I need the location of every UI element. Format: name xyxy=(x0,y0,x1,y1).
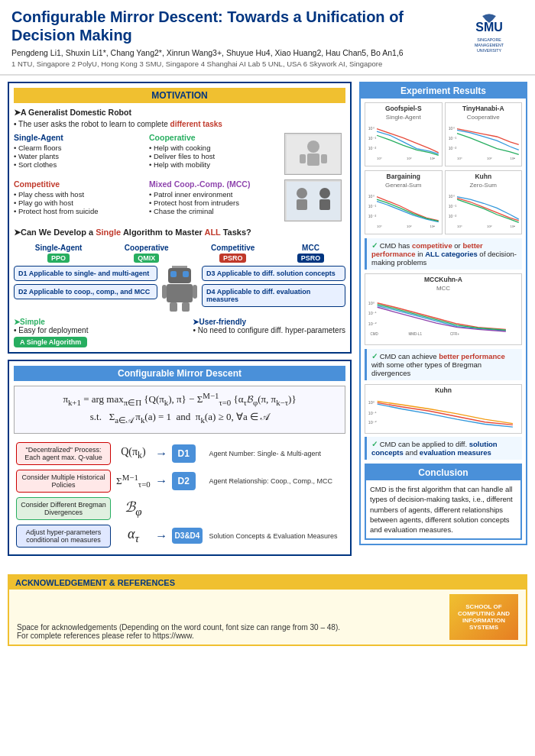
conclusion-header: Conclusion xyxy=(366,465,520,480)
svg-rect-14 xyxy=(319,199,330,210)
single-agent-col: Single-Agent Clearm floors Water plants … xyxy=(14,133,146,175)
cmd-comp1-desc: Agent Number: Single- & Multi-agent xyxy=(206,440,345,467)
desiderata-grid: D1 Applicable to single- and multi-agent… xyxy=(14,266,345,312)
authors: Pengdeng Li1, Shuxin Li1*, Chang Yang2*,… xyxy=(11,48,447,57)
check-2: ✓ xyxy=(371,352,378,360)
chart-svg-extra: 10⁰ 10⁻¹ 10⁻² xyxy=(367,396,520,430)
svg-rect-20 xyxy=(162,285,167,299)
sa-item-1: Clearm floors xyxy=(14,144,146,152)
svg-text:10⁰: 10⁰ xyxy=(457,157,462,160)
sa-item-2: Water plants xyxy=(14,152,146,160)
svg-rect-18 xyxy=(183,271,189,277)
ack-logo-text: SCHOOL OF COMPUTING AND INFORMATION SYST… xyxy=(449,603,518,631)
svg-text:10²: 10² xyxy=(487,225,492,228)
formula-box: πk+1 = arg maxπ∈Π {Q(πk), π} − ΣM−1τ=0 {… xyxy=(14,386,345,434)
remark-3: ✓ CMD can be applied to diff. solution c… xyxy=(365,437,522,460)
formula-line-2: s.t. Σa∈𝒜 πk(a) = 1 and πk(a) ≥ 0, ∀a ∈ … xyxy=(19,411,340,425)
svg-text:10⁴: 10⁴ xyxy=(430,157,435,160)
single-algo-badge: A Single Algorithm xyxy=(14,337,87,347)
svg-rect-7 xyxy=(307,153,319,166)
chart-svg-1: 10⁰ 10⁻¹ 10⁻² 10⁰ 10² 10⁴ xyxy=(367,121,440,163)
main-content: MOTIVATION ➤A Generalist Domestic Robot … xyxy=(0,76,535,568)
remark-2: ✓ CMD can achieve better performance wit… xyxy=(365,349,522,380)
chart-title-1: Goofspiel-S xyxy=(367,105,440,112)
svg-text:10⁻²: 10⁻² xyxy=(368,214,377,218)
svg-text:10⁻²: 10⁻² xyxy=(448,214,456,218)
remark-1: ✓ CMD has competitive or better performa… xyxy=(365,238,522,270)
chart-title-extra: Kuhn xyxy=(367,386,520,394)
logo-block: SMU SINGAPORE MANAGEMENT UNIVERSITY xyxy=(455,8,524,61)
friendly-title: ➤User-friendly xyxy=(193,318,345,326)
competitive-list: Play chess with host Play go with host P… xyxy=(14,190,146,215)
chart-mcc: MCCKuhn-A MCC 10⁰ 10⁻¹ 10⁻² CMD MMD-L1 xyxy=(365,273,522,345)
highlight-tasks: different tasks xyxy=(170,120,222,128)
d4-box: D4 Applicable to diff. evaluation measur… xyxy=(202,284,345,307)
cmd-comp3-formula: ℬφ xyxy=(113,495,154,522)
svg-text:10⁰: 10⁰ xyxy=(377,225,382,228)
chart-grid-2: Bargaining General-Sum 10⁰ 10⁻¹ 10⁻² 10⁰… xyxy=(365,170,522,234)
header: Configurable Mirror Descent: Towards a U… xyxy=(0,0,535,76)
co-item-3: Help with mobility xyxy=(149,160,281,169)
svg-text:10⁰: 10⁰ xyxy=(368,126,374,131)
co-item-2: Deliver files to host xyxy=(149,152,281,160)
algo-header-mcc: MCC PSRO xyxy=(297,244,325,263)
simple-row: ➤Simple • Easy for deployment A Single A… xyxy=(14,318,345,347)
svg-text:MMD-L1: MMD-L1 xyxy=(409,332,423,336)
ack-text: Space for acknowledgements (Depending on… xyxy=(17,623,442,640)
algo-question: ➤Can We Develop a Single Algorithm to Ma… xyxy=(14,228,345,237)
chart-sub-3: General-Sum xyxy=(367,182,440,189)
algo-header-row: Single-Agent PPO Cooperative QMIX Compet… xyxy=(14,244,345,263)
chart-svg-3: 10⁰ 10⁻¹ 10⁻² 10⁰ 10² 10⁴ xyxy=(367,189,440,231)
cmd-section: Configurable Mirror Descent πk+1 = arg m… xyxy=(8,360,352,556)
motivation-sub: • The user asks the robot to learn to co… xyxy=(14,120,345,128)
svg-rect-15 xyxy=(172,266,187,268)
cmd-comp2-label: Consider Multiple Historical Policies xyxy=(14,467,113,495)
svg-text:10⁻¹: 10⁻¹ xyxy=(368,411,377,415)
conclusion-section: Conclusion CMD is the first algorithm th… xyxy=(365,464,522,540)
mcc-item-3: Chase the criminal xyxy=(149,207,281,215)
d1-box: D1 Applicable to single- and multi-agent xyxy=(14,266,157,281)
cmd-comp1-d: D1 xyxy=(170,440,207,467)
d1-label: D1 xyxy=(18,270,28,277)
cmd-row-1: "Decentralized" Process: Each agent max.… xyxy=(14,440,345,467)
experiment-section: Experiment Results Goofspiel-S Single-Ag… xyxy=(359,82,527,545)
svg-text:10⁰: 10⁰ xyxy=(448,194,454,199)
chart-svg-2: 10⁰ 10⁻¹ 10⁻² 10⁰ 10² 10⁴ xyxy=(447,121,520,163)
svg-text:UNIVERSITY: UNIVERSITY xyxy=(477,48,501,53)
chart-svg-4: 10⁰ 10⁻¹ 10⁻² 10⁰ 10² 10⁴ xyxy=(447,189,520,231)
ack-header: ACKNOWLEDGEMENT & REFERENCES xyxy=(9,576,526,590)
desiderata-right: D3 Applicable to diff. solution concepts… xyxy=(202,266,345,307)
svg-text:10⁻²: 10⁻² xyxy=(368,321,377,326)
chart-sub-4: Zero-Sum xyxy=(447,182,520,189)
desiderata-left: D1 Applicable to single- and multi-agent… xyxy=(14,266,157,299)
chart-sub-5: MCC xyxy=(367,285,520,292)
remark-eval: evaluation measures xyxy=(420,448,491,457)
affiliations: 1 NTU, Singapore 2 PolyU, Hong Kong 3 SM… xyxy=(11,60,447,68)
svg-text:10⁴: 10⁴ xyxy=(510,225,515,228)
svg-rect-22 xyxy=(170,302,177,312)
d2-box: D2 Applicable to coop., comp., and MCC xyxy=(14,284,157,299)
page-title: Configurable Mirror Descent: Towards a U… xyxy=(11,8,447,44)
svg-text:SINGAPORE: SINGAPORE xyxy=(477,37,501,42)
experiment-header: Experiment Results xyxy=(361,83,526,99)
svg-text:10⁻²: 10⁻² xyxy=(368,146,377,150)
svg-rect-17 xyxy=(170,271,177,277)
right-column: Experiment Results Goofspiel-S Single-Ag… xyxy=(352,82,527,562)
svg-rect-8 xyxy=(300,154,306,163)
cmd-comp4-formula: ατ xyxy=(113,522,154,550)
cmd-comp3-label: Consider Different Bregman Divergences xyxy=(14,495,113,522)
motivation-section: MOTIVATION ➤A Generalist Domestic Robot … xyxy=(8,82,352,354)
mcc-grid: Competitive Play chess with host Play go… xyxy=(14,179,345,221)
svg-text:10⁰: 10⁰ xyxy=(368,301,374,305)
svg-text:MANAGEMENT: MANAGEMENT xyxy=(475,43,504,47)
left-column: MOTIVATION ➤A Generalist Domestic Robot … xyxy=(8,82,352,562)
smu-school-logo: SCHOOL OF COMPUTING AND INFORMATION SYST… xyxy=(449,594,518,640)
svg-rect-21 xyxy=(193,285,197,299)
mcc-item-2: Protect host from intruders xyxy=(149,199,281,207)
mcc-list: Patrol inner environment Protect host fr… xyxy=(149,190,281,215)
cmd-comp1-formula: Q(πk) xyxy=(113,440,154,467)
experiment-content: Goofspiel-S Single-Agent 10⁰ 10⁻¹ 10⁻² 1… xyxy=(361,99,526,544)
chart-hanabi: TinyHanabi-A Cooperative 10⁰ 10⁻¹ 10⁻² 1… xyxy=(445,102,523,166)
conclusion-content: CMD is the first algorithm that can hand… xyxy=(366,480,520,538)
svg-text:10⁰: 10⁰ xyxy=(377,157,382,160)
